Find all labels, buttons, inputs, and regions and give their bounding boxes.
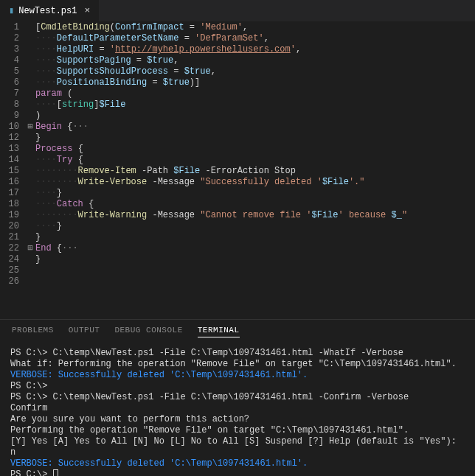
line-number: 18 <box>0 199 25 210</box>
bottom-panel: PROBLEMS OUTPUT DEBUG CONSOLE TERMINAL P… <box>0 319 475 476</box>
code-line[interactable]: 1[CmdletBinding(ConfirmImpact = 'Medium'… <box>0 22 475 33</box>
terminal-line: Are you sure you want to perform this ac… <box>10 414 465 425</box>
code-line[interactable]: 8····[string]$File <box>0 99 475 111</box>
terminal-cursor <box>53 469 58 476</box>
code-line[interactable]: 20····} <box>0 221 475 232</box>
code-line[interactable]: 5····SupportsShouldProcess = $true, <box>0 66 475 77</box>
code-line[interactable]: 10⊞Begin {··· <box>0 122 475 133</box>
line-number: 12 <box>0 133 25 144</box>
code-line[interactable]: 4····SupportsPaging = $true, <box>0 55 475 66</box>
fold-gutter <box>25 44 35 55</box>
code-line[interactable]: 13Process { <box>0 144 475 155</box>
code-content[interactable]: ····SupportsPaging = $true, <box>35 55 475 66</box>
terminal-line: PS C:\> <box>10 469 465 476</box>
fold-gutter[interactable]: ⊞ <box>25 122 35 133</box>
powershell-file-icon: ▮ <box>9 5 14 16</box>
line-number: 21 <box>0 232 25 243</box>
code-content[interactable]: ····HelpURI = 'http://myhelp.powershellu… <box>35 44 475 55</box>
code-line[interactable]: 21} <box>0 232 475 243</box>
code-line[interactable]: 17····} <box>0 188 475 199</box>
code-line[interactable]: 22⊞End {··· <box>0 243 475 254</box>
code-line[interactable]: 2····DefaultParameterSetName = 'DefParam… <box>0 33 475 44</box>
terminal-line: VERBOSE: Successfully deleted 'C:\Temp\1… <box>10 370 465 381</box>
terminal-line: PS C:\> C:\temp\NewTest.ps1 -File C:\Tem… <box>10 392 465 403</box>
code-content[interactable]: End {··· <box>35 243 475 254</box>
code-content[interactable]: ········Remove-Item -Path $File -ErrorAc… <box>35 166 475 177</box>
fold-gutter <box>25 199 35 210</box>
code-content[interactable]: param ( <box>35 88 475 99</box>
code-line[interactable]: 15········Remove-Item -Path $File -Error… <box>0 166 475 177</box>
code-content[interactable]: ····Catch { <box>35 199 475 210</box>
code-content[interactable]: ····SupportsShouldProcess = $true, <box>35 66 475 77</box>
code-line[interactable]: 24} <box>0 254 475 265</box>
line-number: 22 <box>0 243 25 254</box>
fold-gutter <box>25 155 35 166</box>
fold-gutter <box>25 276 35 287</box>
code-line[interactable]: 26 <box>0 276 475 287</box>
code-content[interactable]: Process { <box>35 144 475 155</box>
line-number: 7 <box>0 88 25 99</box>
tab-bar: ▮ NewTest.ps1 × <box>0 0 475 22</box>
code-line[interactable]: 9) <box>0 111 475 122</box>
tab-terminal[interactable]: TERMINAL <box>198 326 240 337</box>
fold-gutter <box>25 265 35 276</box>
code-content[interactable]: } <box>35 232 475 243</box>
code-content[interactable] <box>35 265 475 276</box>
file-tab[interactable]: ▮ NewTest.ps1 × <box>0 0 99 21</box>
line-number: 10 <box>0 122 25 133</box>
line-number: 8 <box>0 99 25 111</box>
code-line[interactable]: 16········Write-Verbose -Message "Succes… <box>0 177 475 188</box>
fold-gutter <box>25 33 35 44</box>
code-content[interactable]: ····PositionalBinding = $true)] <box>35 77 475 88</box>
code-content[interactable]: ········Write-Warning -Message "Cannot r… <box>35 210 475 221</box>
code-content[interactable]: ····} <box>35 221 475 232</box>
fold-gutter <box>25 66 35 77</box>
line-number: 4 <box>0 55 25 66</box>
code-editor[interactable]: 1[CmdletBinding(ConfirmImpact = 'Medium'… <box>0 22 475 319</box>
terminal-line: PS C:\> <box>10 381 465 392</box>
terminal-line: PS C:\> C:\temp\NewTest.ps1 -File C:\Tem… <box>10 348 465 359</box>
code-line[interactable]: 19········Write-Warning -Message "Cannot… <box>0 210 475 221</box>
code-content[interactable]: ····} <box>35 188 475 199</box>
fold-gutter <box>25 133 35 144</box>
code-content[interactable]: ) <box>35 111 475 122</box>
line-number: 1 <box>0 22 25 33</box>
fold-gutter[interactable]: ⊞ <box>25 243 35 254</box>
fold-gutter <box>25 77 35 88</box>
code-line[interactable]: 14····Try { <box>0 155 475 166</box>
terminal-line: What if: Performing the operation "Remov… <box>10 359 465 370</box>
code-content[interactable]: Begin {··· <box>35 122 475 133</box>
code-line[interactable]: 18····Catch { <box>0 199 475 210</box>
fold-gutter <box>25 210 35 221</box>
terminal[interactable]: PS C:\> C:\temp\NewTest.ps1 -File C:\Tem… <box>0 343 475 476</box>
code-line[interactable]: 6····PositionalBinding = $true)] <box>0 77 475 88</box>
fold-gutter <box>25 111 35 122</box>
line-number: 3 <box>0 44 25 55</box>
line-number: 26 <box>0 276 25 287</box>
code-content[interactable] <box>35 276 475 287</box>
line-number: 25 <box>0 265 25 276</box>
line-number: 2 <box>0 33 25 44</box>
code-content[interactable]: ····[string]$File <box>35 99 475 111</box>
code-content[interactable]: ····Try { <box>35 155 475 166</box>
line-number: 5 <box>0 66 25 77</box>
terminal-line: Performing the operation "Remove File" o… <box>10 425 465 436</box>
code-line[interactable]: 12} <box>0 133 475 144</box>
code-content[interactable]: } <box>35 133 475 144</box>
close-icon[interactable]: × <box>84 5 90 16</box>
fold-gutter <box>25 88 35 99</box>
code-line[interactable]: 7param ( <box>0 88 475 99</box>
line-number: 13 <box>0 144 25 155</box>
line-number: 14 <box>0 155 25 166</box>
tab-problems[interactable]: PROBLEMS <box>12 326 54 337</box>
code-line[interactable]: 25 <box>0 265 475 276</box>
code-content[interactable]: ········Write-Verbose -Message "Successf… <box>35 177 475 188</box>
line-number: 17 <box>0 188 25 199</box>
code-content[interactable]: } <box>35 254 475 265</box>
tab-output[interactable]: OUTPUT <box>69 326 100 337</box>
code-content[interactable]: [CmdletBinding(ConfirmImpact = 'Medium', <box>35 22 475 33</box>
code-line[interactable]: 3····HelpURI = 'http://myhelp.powershell… <box>0 44 475 55</box>
tab-debug-console[interactable]: DEBUG CONSOLE <box>114 326 182 337</box>
line-number: 6 <box>0 77 25 88</box>
code-content[interactable]: ····DefaultParameterSetName = 'DefParamS… <box>35 33 475 44</box>
